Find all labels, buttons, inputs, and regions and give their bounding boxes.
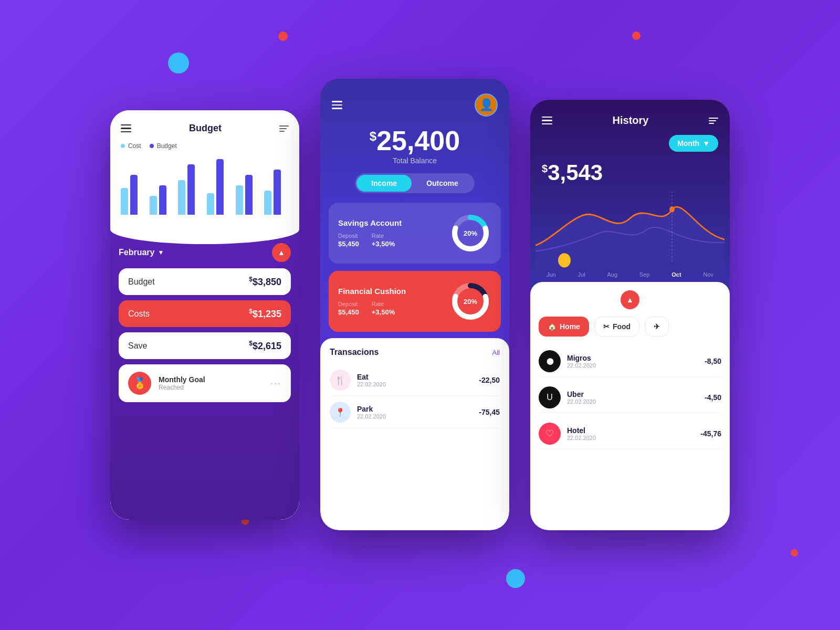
migros-icon: ⬤ (539, 350, 561, 372)
menu-icon[interactable] (121, 124, 131, 133)
savings-account-card: Savings Account Deposit $5,450 Rate +3,5… (329, 203, 501, 264)
balance-phone: 👤 $25,400 Total Balance Income Outcome S… (320, 79, 509, 530)
bar-budget-sep (216, 159, 224, 217)
transaction-eat-info: Eat 22.02.2020 (357, 373, 472, 387)
savings-card-title: Savings Account (338, 218, 402, 227)
bar-group-jun: Jun (121, 175, 145, 217)
bar-cost-jun (121, 188, 128, 217)
scroll-up-button-p3[interactable]: ▲ (621, 290, 639, 309)
month-selector[interactable]: February ▼ (119, 248, 164, 257)
decorative-dot (168, 52, 189, 74)
bar-budget-jun (130, 175, 138, 217)
history-item-uber: U Uber 22.02.2020 -4,50 (539, 382, 721, 413)
save-item-value: $$2,615 (249, 340, 281, 352)
bar-group-jul: Jul (150, 185, 174, 217)
filter-icon-p3[interactable] (709, 118, 718, 124)
bar-budget-nov (274, 170, 281, 217)
budget-row: Budget $$3,850 (119, 268, 291, 295)
legend-budget: Budget (150, 142, 177, 150)
savings-donut-label: 20% (464, 229, 477, 237)
menu-icon-p3[interactable] (542, 117, 552, 125)
budget-item-value: $$3,850 (249, 276, 281, 288)
goal-text: Monthly Goal Reached (159, 375, 263, 391)
costs-row: Costs $$1,235 (119, 300, 291, 327)
bar-group-sep: Sep (207, 159, 232, 217)
chart-x-labels: Jun Jul Aug Sep Oct Nov (530, 269, 730, 282)
travel-icon: ✈ (654, 322, 660, 331)
chart-label-nov: Nov (703, 271, 713, 278)
transactions-section: Transacions All 🍴 Eat 22.02.2020 -22,50 … (320, 338, 509, 530)
user-avatar[interactable]: 👤 (475, 93, 498, 117)
history-line-chart (530, 185, 730, 269)
bar-cost-jul (150, 196, 157, 217)
bar-group-oct: Oct (236, 175, 260, 217)
bar-cost-aug (178, 180, 185, 217)
bar-group-aug: Aug (178, 164, 203, 217)
month-label: February (119, 248, 154, 257)
menu-icon-p2[interactable] (332, 101, 342, 109)
category-travel-tab[interactable]: ✈ (645, 317, 669, 337)
history-panel: ▲ 🏠 Home ✂ Food ✈ ⬤ Migros 22.02.2020 -8… (530, 282, 730, 530)
history-item-migros: ⬤ Migros 22.02.2020 -8,50 (539, 346, 721, 377)
history-title: History (613, 114, 649, 127)
budget-title: Budget (189, 123, 222, 134)
balance-label: Total Balance (332, 156, 498, 165)
income-button[interactable]: Income (356, 175, 412, 192)
transaction-eat-icon: 🍴 (330, 370, 351, 391)
chevron-down-icon: ▼ (158, 249, 164, 256)
financial-cushion-card: Financial Cushion Deposit $5,450 Rate +3… (329, 271, 501, 332)
transactions-all-link[interactable]: All (492, 349, 500, 356)
history-phone: History Month ▼ $3,543 (530, 100, 730, 530)
decorative-dot (506, 569, 525, 588)
transaction-park-icon: 📍 (330, 402, 351, 423)
filter-icon[interactable] (279, 125, 289, 132)
goal-title: Monthly Goal (159, 375, 263, 384)
chevron-down-icon: ▼ (702, 139, 710, 148)
category-food-tab[interactable]: ✂ Food (594, 317, 639, 337)
income-outcome-toggle: Income Outcome (355, 173, 475, 193)
goal-icon: 🏅 (128, 372, 151, 395)
transaction-eat: 🍴 Eat 22.02.2020 -22,50 (330, 364, 500, 396)
category-tabs: 🏠 Home ✂ Food ✈ (539, 317, 721, 337)
transaction-park-info: Park 22.02.2020 (357, 405, 472, 419)
month-dropdown[interactable]: Month ▼ (669, 135, 718, 152)
scroll-up-button[interactable]: ▲ (272, 243, 291, 262)
legend-budget-dot (150, 144, 154, 148)
savings-donut-chart: 20% (449, 212, 491, 254)
chart-label-aug: Aug (607, 271, 617, 278)
bar-budget-jul (159, 185, 166, 217)
migros-info: Migros 22.02.2020 (567, 354, 698, 369)
bar-cost-nov (264, 191, 271, 217)
cushion-card-title: Financial Cushion (338, 287, 406, 296)
bar-budget-aug (187, 164, 195, 217)
hotel-info: Hotel 22.02.2020 (567, 426, 694, 441)
bar-budget-oct (245, 175, 253, 217)
outcome-button[interactable]: Outcome (412, 175, 473, 192)
chart-label-oct: Oct (671, 271, 681, 278)
legend-cost-dot (121, 144, 125, 148)
legend-cost: Cost (121, 142, 141, 150)
chart-label-sep: Sep (639, 271, 650, 278)
home-icon: 🏠 (548, 322, 556, 331)
goal-subtitle: Reached (159, 384, 263, 391)
history-amount-value: $3,543 (542, 160, 603, 185)
chart-legend: Cost Budget (121, 142, 289, 150)
costs-item-label: Costs (128, 309, 150, 319)
decorative-dot (278, 32, 288, 41)
costs-item-value: $$1,235 (249, 308, 281, 320)
balance-amount: $25,400 (332, 127, 498, 154)
category-home-tab[interactable]: 🏠 Home (539, 317, 589, 337)
goal-more-button[interactable]: ··· (270, 378, 281, 389)
history-item-hotel: ♡ Hotel 22.02.2020 -45,76 (539, 418, 721, 449)
cushion-donut-label: 20% (464, 298, 477, 306)
bar-cost-oct (236, 185, 243, 217)
total-balance-section: $25,400 Total Balance (320, 117, 509, 173)
transaction-park: 📍 Park 22.02.2020 -75,45 (330, 396, 500, 428)
monthly-goal-card: 🏅 Monthly Goal Reached ··· (119, 364, 291, 402)
savings-deposit: Deposit $5,450 (338, 233, 359, 248)
savings-rate: Rate +3,50% (372, 233, 395, 248)
food-icon: ✂ (603, 322, 610, 331)
budget-phone: Budget Cost Budget Jun (110, 110, 299, 520)
bar-cost-sep (207, 193, 214, 217)
transactions-title: Transacions (330, 348, 379, 357)
